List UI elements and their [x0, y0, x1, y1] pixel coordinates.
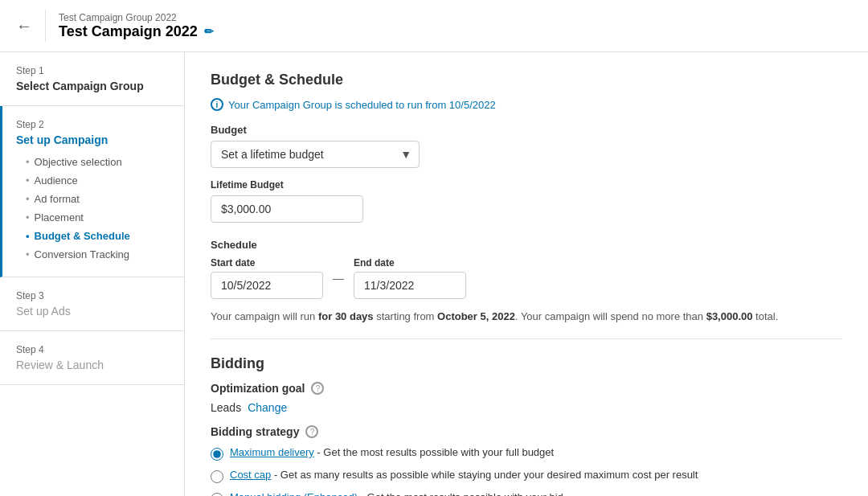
bidding-strategy-help-icon[interactable]: ? — [305, 425, 318, 438]
back-button[interactable]: ← — [16, 17, 32, 35]
start-date-label: Start date — [211, 257, 323, 268]
optimization-goal-row: Optimization goal ? — [211, 382, 842, 395]
end-date-group: End date — [354, 257, 466, 299]
schedule-info-part2: starting from — [374, 310, 437, 322]
radio-manual-bidding-text: Manual bidding (Enhanced) - Get the most… — [230, 491, 563, 496]
schedule-label: Schedule — [211, 239, 842, 251]
info-banner: i Your Campaign Group is scheduled to ru… — [211, 98, 842, 111]
optimization-help-icon[interactable]: ? — [311, 382, 324, 395]
header-title-row: Test Campaign 2022 ✏ — [59, 23, 214, 40]
end-date-input[interactable] — [354, 272, 466, 299]
schedule-section: Schedule Start date — End date Your camp… — [211, 239, 842, 339]
schedule-info-part3: . Your campaign will spend no more than — [515, 310, 706, 322]
sidebar-item-budget[interactable]: Budget & Schedule — [16, 227, 168, 245]
cost-cap-link[interactable]: Cost cap — [230, 469, 271, 481]
header-titles: Test Campaign Group 2022 Test Campaign 2… — [59, 12, 214, 40]
lifetime-budget-input[interactable] — [211, 195, 363, 223]
info-banner-text: Your Campaign Group is scheduled to run … — [228, 99, 496, 111]
date-separator: — — [333, 272, 344, 285]
goal-value: Leads — [211, 401, 241, 414]
step2-label: Step 2 — [16, 119, 168, 130]
header-subtitle: Test Campaign Group 2022 — [59, 12, 214, 23]
info-icon: i — [211, 98, 223, 111]
bidding-title: Bidding — [211, 355, 842, 372]
bidding-section: Bidding Optimization goal ? Leads Change… — [211, 355, 842, 496]
sidebar: Step 1 Select Campaign Group Step 2 Set … — [0, 52, 185, 496]
bidding-strategy-row: Bidding strategy ? — [211, 425, 842, 438]
main-layout: Step 1 Select Campaign Group Step 2 Set … — [0, 52, 868, 496]
schedule-info-part4: total. — [753, 310, 779, 322]
bidding-strategy-label: Bidding strategy — [211, 425, 299, 438]
radio-cost-cap-text: Cost cap - Get as many results as possib… — [230, 469, 698, 481]
sidebar-item-objective[interactable]: Objective selection — [16, 153, 168, 171]
radio-max-delivery-text: Maximum delivery - Get the most results … — [230, 446, 554, 458]
edit-icon[interactable]: ✏ — [204, 25, 214, 38]
budget-section: Budget Set a lifetime budget Set a daily… — [211, 124, 842, 223]
sidebar-step2: Step 2 Set up Campaign Objective selecti… — [0, 106, 184, 277]
lifetime-budget-label: Lifetime Budget — [211, 179, 842, 191]
change-goal-link[interactable]: Change — [248, 401, 287, 414]
step4-label: Step 4 — [16, 344, 168, 355]
lifetime-budget-section: Lifetime Budget — [211, 179, 842, 223]
sidebar-step3: Step 3 Set up Ads — [0, 277, 184, 331]
budget-select[interactable]: Set a lifetime budget Set a daily budget — [211, 141, 420, 168]
step1-title: Select Campaign Group — [16, 80, 168, 92]
radio-option-cost-cap: Cost cap - Get as many results as possib… — [211, 469, 842, 483]
radio-cost-cap[interactable] — [211, 470, 223, 483]
schedule-info-days: for 30 days — [318, 310, 374, 322]
budget-label: Budget — [211, 124, 842, 136]
schedule-info-date: October 5, 2022 — [437, 310, 515, 322]
step2-title: Set up Campaign — [16, 133, 168, 146]
schedule-info-amount: $3,000.00 — [706, 310, 753, 322]
header-divider — [45, 10, 46, 42]
start-date-input[interactable] — [211, 272, 323, 299]
step3-title: Set up Ads — [16, 305, 168, 318]
content-area: Budget & Schedule i Your Campaign Group … — [185, 52, 868, 496]
page-header: ← Test Campaign Group 2022 Test Campaign… — [0, 0, 868, 52]
optimization-goal-value-row: Leads Change — [211, 401, 842, 414]
section-title: Budget & Schedule — [211, 72, 842, 88]
end-date-label: End date — [354, 257, 466, 268]
radio-max-delivery[interactable] — [211, 448, 223, 461]
max-delivery-link[interactable]: Maximum delivery — [230, 446, 314, 458]
radio-option-max-delivery: Maximum delivery - Get the most results … — [211, 446, 842, 461]
sidebar-item-ad-format[interactable]: Ad format — [16, 190, 168, 208]
sidebar-item-audience[interactable]: Audience — [16, 171, 168, 190]
radio-option-manual-bidding: Manual bidding (Enhanced) - Get the most… — [211, 491, 842, 496]
budget-select-wrapper: Set a lifetime budget Set a daily budget… — [211, 141, 420, 168]
sidebar-step4: Step 4 Review & Launch — [0, 331, 184, 385]
schedule-info-part1: Your campaign will run — [211, 310, 318, 322]
sidebar-item-conversion[interactable]: Conversion Tracking — [16, 245, 168, 264]
schedule-row: Start date — End date — [211, 257, 842, 299]
radio-manual-bidding[interactable] — [211, 493, 223, 496]
sidebar-item-placement[interactable]: Placement — [16, 208, 168, 227]
optimization-goal-label: Optimization goal — [211, 382, 305, 395]
step2-items: Objective selection Audience Ad format P… — [16, 153, 168, 264]
start-date-group: Start date — [211, 257, 323, 299]
manual-bidding-link[interactable]: Manual bidding (Enhanced) — [230, 491, 358, 496]
step3-label: Step 3 — [16, 290, 168, 301]
campaign-title: Test Campaign 2022 — [59, 23, 198, 40]
schedule-info: Your campaign will run for 30 days start… — [211, 310, 842, 339]
step1-label: Step 1 — [16, 65, 168, 76]
sidebar-step1: Step 1 Select Campaign Group — [0, 52, 184, 106]
step4-title: Review & Launch — [16, 359, 168, 371]
